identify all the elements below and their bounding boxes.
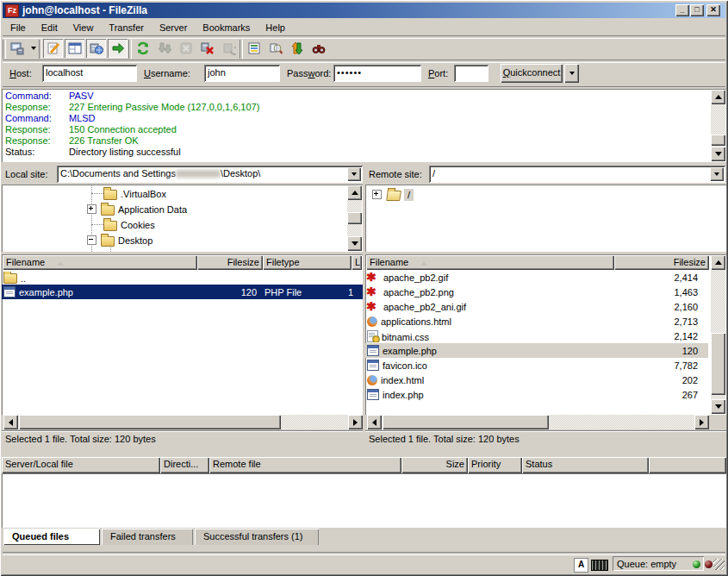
host-input[interactable]: localhost [42, 65, 137, 82]
scroll-right-icon[interactable] [348, 415, 363, 429]
transfer-type-icon[interactable]: A [574, 558, 588, 573]
tab-failed-transfers[interactable]: Failed transfers [102, 529, 193, 545]
site-manager-button[interactable] [7, 39, 27, 58]
quickconnect-dropdown-icon[interactable] [564, 64, 579, 83]
file-row[interactable]: index.html 202 [365, 373, 708, 387]
toggle-transfer-queue-button[interactable] [108, 39, 128, 58]
column-header-filename[interactable]: Filename [3, 255, 197, 270]
tree-item[interactable]: Cookies [102, 217, 155, 232]
minimize-button[interactable]: _ [675, 4, 689, 16]
column-header-filesize[interactable]: Filesize [197, 255, 263, 270]
tree-item[interactable]: Desktop [87, 233, 152, 247]
directory-comparison-button[interactable] [265, 39, 285, 58]
port-input[interactable] [454, 65, 488, 82]
toggle-message-log-button[interactable] [43, 39, 63, 58]
menu-bar: File Edit View Transfer Server Bookmarks… [3, 19, 725, 35]
tab-queued-files[interactable]: Queued files [3, 529, 100, 545]
scroll-thumb[interactable] [383, 415, 549, 429]
disconnect-button[interactable] [197, 39, 217, 58]
tree-item-selected[interactable]: / [372, 187, 414, 202]
local-site-combo[interactable]: C:\Documents and Settings\Desktop\ [57, 166, 363, 183]
log-scrollbar[interactable] [711, 90, 725, 161]
find-files-button[interactable] [308, 39, 328, 58]
column-header-filesize[interactable]: Filesize [614, 255, 709, 270]
scroll-up-icon[interactable] [711, 255, 725, 270]
tree-item[interactable]: Application Data [87, 202, 187, 216]
scroll-thumb[interactable] [347, 212, 362, 224]
scroll-left-icon[interactable] [367, 415, 382, 429]
separator [240, 40, 243, 59]
remote-site-dropdown-icon[interactable] [710, 167, 724, 181]
menu-view[interactable]: View [65, 21, 102, 34]
local-hscrollbar[interactable] [3, 415, 363, 429]
local-file-list[interactable]: Filename Filesize Filetype L .. example.… [2, 254, 363, 415]
column-header-remote-file[interactable]: Remote file [209, 457, 401, 473]
collapse-icon[interactable] [87, 235, 96, 245]
remote-hscrollbar[interactable] [367, 415, 709, 429]
expand-icon[interactable] [372, 190, 382, 199]
username-input[interactable]: john [204, 65, 280, 82]
scroll-down-icon[interactable] [347, 236, 362, 251]
scroll-thumb[interactable] [19, 415, 281, 429]
queue-header: Server/Local file Directi... Remote file… [2, 457, 726, 473]
scroll-thumb[interactable] [711, 135, 725, 146]
expand-icon[interactable] [87, 204, 96, 214]
site-manager-dropdown-icon[interactable] [28, 39, 39, 58]
column-header-priority[interactable]: Priority [468, 457, 522, 473]
column-header-lastmodified[interactable]: L [352, 255, 362, 270]
queue-list[interactable] [2, 473, 726, 528]
column-header-status[interactable]: Status [522, 457, 649, 473]
file-row[interactable]: index.php 267 [365, 387, 708, 402]
scroll-down-icon[interactable] [711, 147, 725, 161]
scroll-down-icon[interactable] [711, 399, 725, 414]
toggle-local-tree-button[interactable] [65, 39, 84, 58]
tab-successful-transfers[interactable]: Successful transfers (1) [195, 529, 319, 545]
remote-vscrollbar[interactable] [711, 255, 725, 414]
maximize-button[interactable]: □ [690, 4, 704, 16]
menu-transfer[interactable]: Transfer [101, 21, 152, 34]
reconnect-button[interactable] [219, 39, 239, 58]
column-header-filename[interactable]: Filename [366, 255, 614, 270]
remote-file-list[interactable]: Filename Filesize apache_pb2.gif 2,414 a… [365, 254, 726, 415]
process-queue-button[interactable] [154, 39, 174, 58]
quickconnect-button[interactable]: Quickconnect [501, 64, 563, 83]
scroll-right-icon[interactable] [694, 415, 709, 429]
scroll-left-icon[interactable] [3, 415, 18, 429]
close-button[interactable]: ✕ [706, 4, 720, 16]
file-row-selected[interactable]: example.php 120 PHP File 1 [2, 285, 363, 299]
local-tree[interactable]: .VirtualBox Application Data Cookies Des… [2, 185, 363, 252]
column-header-size[interactable]: Size [401, 457, 468, 473]
local-site-dropdown-icon[interactable] [347, 167, 361, 181]
tree-item[interactable]: .VirtualBox [102, 186, 166, 201]
menu-edit[interactable]: Edit [34, 21, 65, 34]
synchronized-browsing-button[interactable] [287, 39, 307, 58]
column-header-server-local-file[interactable]: Server/Local file [2, 457, 160, 473]
file-row[interactable]: .. [2, 270, 363, 285]
remote-site-combo[interactable]: / [429, 166, 725, 183]
file-row[interactable]: bitnami.css 2,142 [365, 329, 708, 343]
menu-bookmarks[interactable]: Bookmarks [195, 21, 258, 34]
file-row[interactable]: favicon.ico 7,782 [365, 358, 708, 373]
scroll-up-icon[interactable] [347, 185, 362, 200]
file-row[interactable]: apache_pb2.gif 2,414 [365, 270, 708, 285]
resize-grip[interactable] [713, 559, 725, 570]
password-input[interactable]: •••••• [333, 65, 421, 82]
scroll-up-icon[interactable] [711, 90, 725, 104]
filter-button[interactable] [244, 39, 264, 58]
file-row[interactable]: apache_pb2.png 1,463 [365, 285, 708, 299]
file-row[interactable]: apache_pb2_ani.gif 2,160 [365, 299, 708, 314]
menu-server[interactable]: Server [152, 21, 195, 34]
scroll-thumb[interactable] [711, 333, 725, 395]
cancel-button[interactable] [176, 39, 196, 58]
file-row[interactable]: applications.html 2,713 [365, 314, 708, 329]
column-header-filetype[interactable]: Filetype [263, 255, 352, 270]
refresh-button[interactable] [133, 39, 152, 58]
remote-tree[interactable]: / [365, 185, 726, 252]
local-tree-scrollbar[interactable] [347, 185, 362, 251]
toggle-remote-tree-button[interactable] [86, 39, 106, 58]
file-row-selected[interactable]: example.php 120 [365, 343, 708, 358]
menu-help[interactable]: Help [258, 21, 293, 34]
column-header-direction[interactable]: Directi... [160, 457, 209, 473]
speed-limit-icon[interactable] [591, 560, 608, 571]
menu-file[interactable]: File [3, 21, 34, 34]
